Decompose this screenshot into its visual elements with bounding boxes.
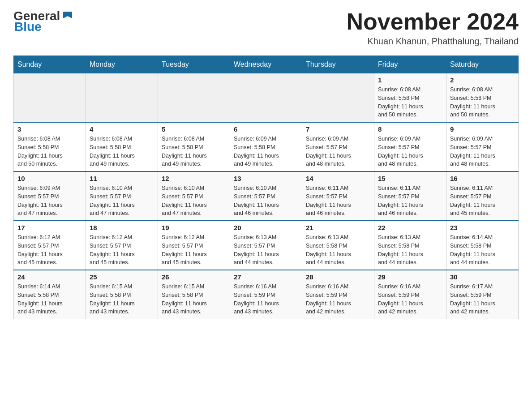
day-number: 25 [90,273,154,281]
location-subtitle: Khuan Khanun, Phatthalung, Thailand [347,36,519,47]
calendar-day-cell [158,73,230,123]
day-info: Sunrise: 6:08 AM Sunset: 5:58 PM Dayligh… [450,86,515,119]
day-number: 15 [378,175,442,182]
logo-blue-text: Blue [14,20,42,34]
calendar-day-cell: 8Sunrise: 6:09 AM Sunset: 5:57 PM Daylig… [374,122,446,171]
calendar-day-cell: 24Sunrise: 6:14 AM Sunset: 5:58 PM Dayli… [14,270,86,319]
day-number: 11 [90,175,154,182]
day-info: Sunrise: 6:12 AM Sunset: 5:57 PM Dayligh… [17,233,82,267]
day-info: Sunrise: 6:10 AM Sunset: 5:57 PM Dayligh… [162,184,226,218]
day-of-week-header: Wednesday [230,56,302,73]
logo: General Blue [13,9,74,34]
calendar-day-cell: 13Sunrise: 6:10 AM Sunset: 5:57 PM Dayli… [230,171,302,221]
day-number: 6 [234,125,298,133]
calendar-day-cell: 3Sunrise: 6:08 AM Sunset: 5:58 PM Daylig… [14,122,86,171]
calendar-week-row: 24Sunrise: 6:14 AM Sunset: 5:58 PM Dayli… [14,270,519,319]
calendar-day-cell: 10Sunrise: 6:09 AM Sunset: 5:57 PM Dayli… [14,171,86,221]
calendar-day-cell: 20Sunrise: 6:13 AM Sunset: 5:57 PM Dayli… [230,221,302,270]
calendar-day-cell: 28Sunrise: 6:16 AM Sunset: 5:59 PM Dayli… [302,270,374,319]
day-number: 23 [450,224,515,231]
calendar-day-cell: 21Sunrise: 6:13 AM Sunset: 5:58 PM Dayli… [302,221,374,270]
day-number: 21 [306,224,370,231]
day-info: Sunrise: 6:14 AM Sunset: 5:58 PM Dayligh… [450,233,515,267]
day-number: 22 [378,224,442,231]
day-info: Sunrise: 6:13 AM Sunset: 5:57 PM Dayligh… [234,233,298,267]
calendar-day-cell: 11Sunrise: 6:10 AM Sunset: 5:57 PM Dayli… [86,171,158,221]
logo-flag-icon [61,9,74,23]
day-number: 18 [90,224,154,231]
day-number: 20 [234,224,298,231]
day-number: 13 [234,175,298,182]
day-of-week-header: Tuesday [158,56,230,73]
day-info: Sunrise: 6:13 AM Sunset: 5:58 PM Dayligh… [378,233,442,267]
calendar-day-cell: 22Sunrise: 6:13 AM Sunset: 5:58 PM Dayli… [374,221,446,270]
day-info: Sunrise: 6:16 AM Sunset: 5:59 PM Dayligh… [306,283,370,316]
day-info: Sunrise: 6:12 AM Sunset: 5:57 PM Dayligh… [162,233,226,267]
day-info: Sunrise: 6:09 AM Sunset: 5:57 PM Dayligh… [306,135,370,168]
calendar-day-cell: 30Sunrise: 6:17 AM Sunset: 5:59 PM Dayli… [446,270,519,319]
svg-marker-0 [63,12,72,18]
day-of-week-header: Saturday [446,56,519,73]
calendar-day-cell: 2Sunrise: 6:08 AM Sunset: 5:58 PM Daylig… [446,73,519,123]
calendar-day-cell: 17Sunrise: 6:12 AM Sunset: 5:57 PM Dayli… [14,221,86,270]
calendar-day-cell: 12Sunrise: 6:10 AM Sunset: 5:57 PM Dayli… [158,171,230,221]
calendar-day-cell: 5Sunrise: 6:08 AM Sunset: 5:58 PM Daylig… [158,122,230,171]
day-info: Sunrise: 6:16 AM Sunset: 5:59 PM Dayligh… [378,283,442,316]
day-info: Sunrise: 6:08 AM Sunset: 5:58 PM Dayligh… [17,135,82,168]
day-info: Sunrise: 6:11 AM Sunset: 5:57 PM Dayligh… [378,184,442,218]
calendar-day-cell: 26Sunrise: 6:15 AM Sunset: 5:58 PM Dayli… [158,270,230,319]
day-info: Sunrise: 6:11 AM Sunset: 5:57 PM Dayligh… [450,184,515,218]
calendar-week-row: 10Sunrise: 6:09 AM Sunset: 5:57 PM Dayli… [14,171,519,221]
day-of-week-header: Monday [86,56,158,73]
day-info: Sunrise: 6:09 AM Sunset: 5:57 PM Dayligh… [17,184,82,218]
day-info: Sunrise: 6:16 AM Sunset: 5:59 PM Dayligh… [234,283,298,316]
day-number: 10 [17,175,82,182]
calendar-day-cell [230,73,302,123]
day-number: 29 [378,273,442,281]
day-number: 26 [162,273,226,281]
day-number: 12 [162,175,226,182]
calendar-table: SundayMondayTuesdayWednesdayThursdayFrid… [13,56,519,319]
day-number: 2 [450,76,515,84]
day-info: Sunrise: 6:15 AM Sunset: 5:58 PM Dayligh… [162,283,226,316]
calendar-day-cell: 18Sunrise: 6:12 AM Sunset: 5:57 PM Dayli… [86,221,158,270]
day-number: 24 [17,273,82,281]
day-number: 1 [378,76,442,84]
day-info: Sunrise: 6:13 AM Sunset: 5:58 PM Dayligh… [306,233,370,267]
day-number: 14 [306,175,370,182]
day-number: 19 [162,224,226,231]
calendar-day-cell: 29Sunrise: 6:16 AM Sunset: 5:59 PM Dayli… [374,270,446,319]
day-of-week-header: Sunday [14,56,86,73]
calendar-day-cell: 7Sunrise: 6:09 AM Sunset: 5:57 PM Daylig… [302,122,374,171]
day-number: 4 [90,125,154,133]
calendar-week-row: 3Sunrise: 6:08 AM Sunset: 5:58 PM Daylig… [14,122,519,171]
calendar-day-cell: 9Sunrise: 6:09 AM Sunset: 5:57 PM Daylig… [446,122,519,171]
calendar-day-cell: 23Sunrise: 6:14 AM Sunset: 5:58 PM Dayli… [446,221,519,270]
day-number: 17 [17,224,82,231]
day-number: 7 [306,125,370,133]
page-header: General Blue November 2024 Khuan Khanun,… [13,9,519,47]
day-number: 5 [162,125,226,133]
calendar-day-cell: 19Sunrise: 6:12 AM Sunset: 5:57 PM Dayli… [158,221,230,270]
day-number: 8 [378,125,442,133]
day-number: 27 [234,273,298,281]
day-info: Sunrise: 6:08 AM Sunset: 5:58 PM Dayligh… [162,135,226,168]
month-title: November 2024 [347,9,519,34]
calendar-day-cell: 6Sunrise: 6:09 AM Sunset: 5:58 PM Daylig… [230,122,302,171]
day-info: Sunrise: 6:12 AM Sunset: 5:57 PM Dayligh… [90,233,154,267]
calendar-day-cell: 25Sunrise: 6:15 AM Sunset: 5:58 PM Dayli… [86,270,158,319]
calendar-day-cell [14,73,86,123]
calendar-day-cell: 14Sunrise: 6:11 AM Sunset: 5:57 PM Dayli… [302,171,374,221]
day-info: Sunrise: 6:15 AM Sunset: 5:58 PM Dayligh… [90,283,154,316]
day-info: Sunrise: 6:10 AM Sunset: 5:57 PM Dayligh… [90,184,154,218]
calendar-week-row: 17Sunrise: 6:12 AM Sunset: 5:57 PM Dayli… [14,221,519,270]
day-info: Sunrise: 6:11 AM Sunset: 5:57 PM Dayligh… [306,184,370,218]
calendar-day-cell: 4Sunrise: 6:08 AM Sunset: 5:58 PM Daylig… [86,122,158,171]
day-number: 9 [450,125,515,133]
calendar-week-row: 1Sunrise: 6:08 AM Sunset: 5:58 PM Daylig… [14,73,519,123]
day-info: Sunrise: 6:14 AM Sunset: 5:58 PM Dayligh… [17,283,82,316]
calendar-day-cell: 27Sunrise: 6:16 AM Sunset: 5:59 PM Dayli… [230,270,302,319]
day-number: 16 [450,175,515,182]
title-block: November 2024 Khuan Khanun, Phatthalung,… [347,9,519,47]
calendar-header-row: SundayMondayTuesdayWednesdayThursdayFrid… [14,56,519,73]
